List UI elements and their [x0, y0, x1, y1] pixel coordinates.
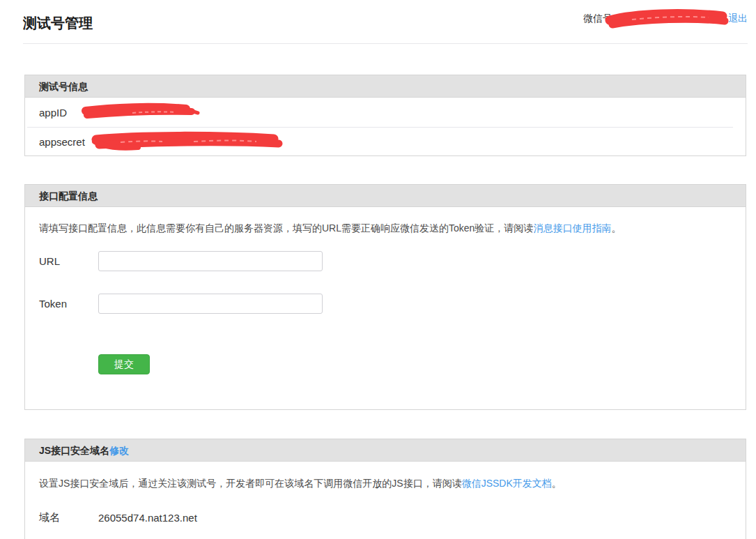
redaction-scribble-icon [89, 130, 288, 153]
jssdk-doc-link[interactable]: 微信JSSDK开发文档 [462, 478, 552, 489]
domain-value: 26055d74.nat123.net [98, 512, 197, 524]
description-period: 。 [611, 222, 621, 234]
appid-label: appID [39, 107, 67, 119]
submit-button[interactable]: 提交 [98, 354, 150, 374]
test-account-info-header: 测试号信息 [25, 75, 746, 98]
js-safe-domain-header: JS接口安全域名修改 [25, 439, 746, 462]
redaction-scribble-icon [80, 102, 203, 122]
message-api-guide-link[interactable]: 消息接口使用指南 [533, 222, 611, 234]
js-safe-domain-panel: JS接口安全域名修改 设置JS接口安全域后，通过关注该测试号，开发者即可在该域名… [24, 439, 746, 539]
description-text: 请填写接口配置信息，此信息需要你有自己的服务器资源，填写的URL需要正确响应微信… [39, 222, 533, 234]
topbar: 测试号管理 微信号： 退出 [23, 0, 748, 43]
interface-config-panel: 接口配置信息 请填写接口配置信息，此信息需要你有自己的服务器资源，填写的URL需… [24, 184, 746, 410]
description-period: 。 [552, 478, 562, 489]
logout-link[interactable]: 退出 [728, 13, 748, 25]
interface-config-header: 接口配置信息 [25, 185, 746, 207]
header-divider [23, 43, 748, 44]
interface-config-description: 请填写接口配置信息，此信息需要你有自己的服务器资源，填写的URL需要正确响应微信… [39, 221, 732, 235]
url-label: URL [39, 255, 98, 267]
js-safe-domain-title: JS接口安全域名 [39, 445, 109, 456]
wechat-account-label: 微信号： [583, 13, 622, 25]
url-field-row: URL [39, 251, 732, 271]
test-account-info-panel: 测试号信息 appID appsecret [24, 75, 746, 156]
description-text: 设置JS接口安全域后，通过关注该测试号，开发者即可在该域名下调用微信开放的JS接… [39, 478, 462, 489]
modify-domain-link[interactable]: 修改 [109, 445, 129, 456]
wechat-account-value-redacted [622, 12, 728, 26]
page-title: 测试号管理 [23, 14, 93, 33]
js-safe-domain-description: 设置JS接口安全域后，通过关注该测试号，开发者即可在该域名下调用微信开放的JS接… [39, 476, 732, 490]
account-info: 微信号： 退出 [583, 12, 748, 26]
token-input[interactable] [98, 294, 323, 314]
appid-row: appID [25, 98, 746, 127]
token-field-row: Token [39, 294, 732, 314]
domain-row: 域名 26055d74.nat123.net [39, 511, 732, 524]
token-label: Token [39, 298, 98, 310]
appsecret-row: appsecret [25, 128, 746, 155]
domain-label: 域名 [39, 511, 98, 524]
url-input[interactable] [98, 251, 323, 271]
appsecret-label: appsecret [39, 136, 85, 148]
